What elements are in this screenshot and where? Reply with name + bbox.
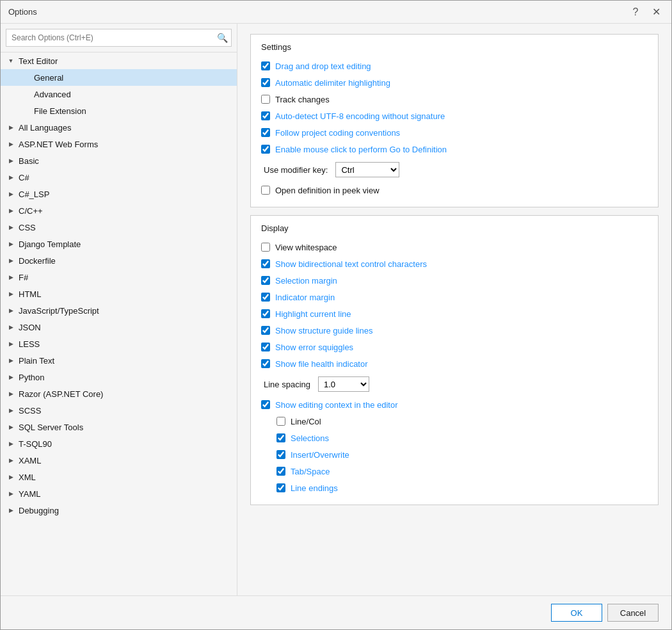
tree-item-csharp[interactable]: ▶C#	[1, 169, 237, 186]
tree-item-advanced[interactable]: Advanced	[1, 86, 237, 102]
tree-label-all-languages: All Languages	[19, 123, 71, 133]
context-label-selections[interactable]: Selections	[276, 433, 329, 443]
tree-item-yaml[interactable]: ▶YAML	[1, 485, 237, 502]
tree-item-python[interactable]: ▶Python	[1, 369, 237, 385]
settings-label-auto-detect-utf8[interactable]: Auto-detect UTF-8 encoding without signa…	[261, 111, 445, 121]
tree-item-sql-server-tools[interactable]: ▶SQL Server Tools	[1, 419, 237, 435]
display-cb-show-file-health[interactable]	[261, 359, 270, 368]
display-cb-indicator-margin[interactable]	[261, 293, 270, 302]
tree-item-general[interactable]: General	[1, 69, 237, 86]
tree-item-fsharp[interactable]: ▶F#	[1, 269, 237, 286]
sidebar: 🔍 ▼Text EditorGeneralAdvancedFile Extens…	[1, 24, 237, 595]
tree-item-less[interactable]: ▶LESS	[1, 335, 237, 352]
tree-item-cpp[interactable]: ▶C/C++	[1, 202, 237, 219]
tree-label-django-template: Django Template	[19, 239, 81, 249]
context-text-line-col: Line/Col	[291, 417, 321, 426]
tree-label-general: General	[34, 73, 63, 83]
display-label-view-whitespace[interactable]: View whitespace	[261, 243, 337, 252]
help-button[interactable]: ?	[628, 4, 643, 20]
tree-item-xaml[interactable]: ▶XAML	[1, 452, 237, 469]
context-cb-insert-overwrite[interactable]	[276, 450, 285, 459]
settings-row-mouse-click-go-to-def: Enable mouse click to perform Go to Defi…	[261, 141, 648, 157]
tree-item-plain-text[interactable]: ▶Plain Text	[1, 352, 237, 369]
display-cb-view-whitespace[interactable]	[261, 243, 270, 252]
display-label-highlight-current-line[interactable]: Highlight current line	[261, 309, 351, 319]
tree-item-csharp-lsp[interactable]: ▶C#_LSP	[1, 186, 237, 202]
display-cb-highlight-current-line[interactable]	[261, 309, 270, 318]
display-cb-selection-margin[interactable]	[261, 276, 270, 285]
close-button[interactable]: ✕	[648, 4, 664, 20]
settings-cb-mouse-click-go-to-def[interactable]	[261, 145, 270, 154]
settings-label-track-changes[interactable]: Track changes	[261, 95, 330, 104]
expand-icon-sql-server-tools: ▶	[6, 422, 16, 432]
context-cb-tab-space[interactable]	[276, 467, 285, 476]
context-cb-line-col[interactable]	[276, 417, 285, 426]
tree-item-file-extension[interactable]: File Extension	[1, 102, 237, 119]
tree-label-xml: XML	[19, 472, 36, 482]
open-def-peek-label[interactable]: Open definition in peek view	[261, 186, 380, 195]
display-cb-show-bidir[interactable]	[261, 259, 270, 268]
expand-icon-general	[21, 72, 31, 83]
context-text-line-endings: Line endings	[291, 483, 338, 493]
open-def-peek-checkbox[interactable]	[261, 186, 270, 195]
display-label-selection-margin[interactable]: Selection margin	[261, 276, 337, 286]
settings-label-mouse-click-go-to-def[interactable]: Enable mouse click to perform Go to Defi…	[261, 145, 447, 154]
expand-icon-advanced	[21, 89, 31, 99]
display-cb-show-structure-guide[interactable]	[261, 326, 270, 335]
tree-item-basic[interactable]: ▶Basic	[1, 152, 237, 169]
settings-label-follow-project[interactable]: Follow project coding conventions	[261, 128, 400, 138]
tree-item-json[interactable]: ▶JSON	[1, 319, 237, 335]
context-row-tab-space: Tab/Space	[261, 464, 648, 479]
tree-item-django-template[interactable]: ▶Django Template	[1, 236, 237, 252]
tree-item-razor[interactable]: ▶Razor (ASP.NET Core)	[1, 385, 237, 402]
settings-label-drag-drop[interactable]: Drag and drop text editing	[261, 61, 371, 71]
display-label-show-structure-guide[interactable]: Show structure guide lines	[261, 326, 372, 335]
line-spacing-select[interactable]: 1.0 1.2 1.5 2.0	[318, 376, 369, 392]
display-label-indicator-margin[interactable]: Indicator margin	[261, 293, 335, 302]
tree-item-all-languages[interactable]: ▶All Languages	[1, 119, 237, 136]
context-label-tab-space[interactable]: Tab/Space	[276, 467, 330, 476]
tree-label-cpp: C/C++	[19, 206, 43, 216]
tree-item-html[interactable]: ▶HTML	[1, 286, 237, 302]
tree-item-aspnet-web-forms[interactable]: ▶ASP.NET Web Forms	[1, 136, 237, 152]
content-area: 🔍 ▼Text EditorGeneralAdvancedFile Extens…	[1, 24, 671, 595]
tree-label-yaml: YAML	[19, 489, 40, 499]
tree-item-debugging[interactable]: ▶Debugging	[1, 502, 237, 519]
context-label-line-col[interactable]: Line/Col	[276, 417, 321, 426]
display-row-highlight-current-line: Highlight current line	[261, 306, 648, 321]
cancel-button[interactable]: Cancel	[607, 604, 659, 622]
context-label-line-endings[interactable]: Line endings	[276, 483, 338, 493]
display-label-show-bidir[interactable]: Show bidirectional text control characte…	[261, 259, 427, 269]
settings-cb-auto-delimiter[interactable]	[261, 78, 270, 87]
tree-item-tsql90[interactable]: ▶T-SQL90	[1, 435, 237, 452]
tree-label-file-extension: File Extension	[34, 106, 86, 116]
modifier-key-label: Use modifier key:	[264, 165, 328, 175]
tree-item-dockerfile[interactable]: ▶Dockerfile	[1, 252, 237, 269]
settings-cb-auto-detect-utf8[interactable]	[261, 111, 270, 120]
context-label-insert-overwrite[interactable]: Insert/Overwrite	[276, 450, 349, 460]
display-label-show-file-health[interactable]: Show file health indicator	[261, 359, 368, 369]
modifier-key-select[interactable]: Ctrl Alt Shift	[335, 162, 399, 177]
display-cb-show-error-squiggles[interactable]	[261, 343, 270, 351]
expand-icon-xaml: ▶	[6, 455, 16, 465]
settings-label-auto-delimiter[interactable]: Automatic delimiter highlighting	[261, 78, 390, 88]
tree-item-text-editor[interactable]: ▼Text Editor	[1, 52, 237, 69]
display-label-show-error-squiggles[interactable]: Show error squiggles	[261, 343, 353, 352]
tree-label-debugging: Debugging	[19, 506, 59, 515]
settings-cb-track-changes[interactable]	[261, 95, 270, 104]
tree-item-scss[interactable]: ▶SCSS	[1, 402, 237, 419]
search-input[interactable]	[6, 33, 213, 42]
settings-cb-drag-drop[interactable]	[261, 61, 270, 70]
context-row-line-col: Line/Col	[261, 414, 648, 429]
tree-container: ▼Text EditorGeneralAdvancedFile Extensio…	[1, 52, 237, 595]
context-cb-line-endings[interactable]	[276, 483, 285, 492]
tree-item-xml[interactable]: ▶XML	[1, 469, 237, 485]
tree-item-javascript-typescript[interactable]: ▶JavaScript/TypeScript	[1, 302, 237, 319]
context-cb-show-editing-context[interactable]	[261, 400, 270, 409]
expand-icon-yaml: ▶	[6, 489, 16, 499]
tree-item-css[interactable]: ▶CSS	[1, 219, 237, 236]
ok-button[interactable]: OK	[551, 604, 602, 622]
context-cb-selections[interactable]	[276, 433, 285, 442]
settings-cb-follow-project[interactable]	[261, 128, 270, 137]
context-label-show-editing-context[interactable]: Show editing context in the editor	[261, 400, 398, 410]
